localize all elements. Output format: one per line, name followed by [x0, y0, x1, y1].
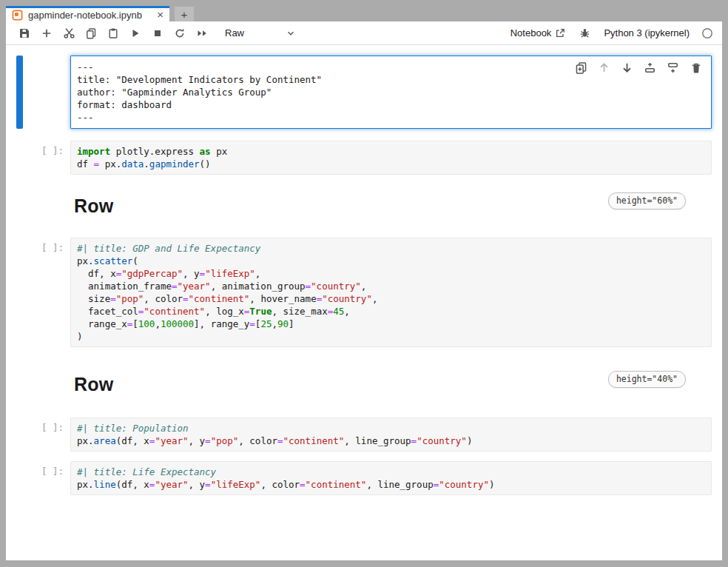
copy-cells-button[interactable]	[84, 26, 98, 41]
cell-type-dropdown[interactable]: Raw	[225, 27, 296, 38]
move-down-icon	[621, 61, 633, 74]
kernel-name[interactable]: Python 3 (ipykernel)	[604, 27, 690, 38]
move-up-button[interactable]	[598, 61, 610, 74]
insert-below-button[interactable]	[667, 61, 679, 74]
close-tab-icon[interactable]: ×	[155, 10, 165, 20]
cell-prompt: [ ]:	[6, 141, 70, 175]
duplicate-cell-icon	[575, 61, 587, 74]
cell-list: --- title: "Development Indicators by Co…	[6, 56, 722, 495]
duplicate-cell-button[interactable]	[575, 61, 587, 74]
code-text: #| title: GDP and Life Expectancy px.sca…	[77, 242, 705, 343]
notebook-view-label: Notebook	[510, 27, 552, 38]
notebook-cell-raw[interactable]: --- title: "Development Indicators by Co…	[6, 56, 722, 129]
code-text: import plotly.express as px df = px.data…	[77, 145, 705, 170]
notebook-cell-markdown[interactable]: Rowheight="40%"	[6, 363, 722, 403]
notebook-cell-code[interactable]: [ ]:#| title: Life Expectancy px.line(df…	[6, 461, 722, 495]
tab-gapminder-notebook[interactable]: gapminder-notebook.ipynb ×	[6, 6, 169, 21]
cell-prompt: [ ]:	[6, 461, 70, 495]
notebook-panel: Raw Notebook Python 3 (i	[6, 21, 722, 560]
app-window: gapminder-notebook.ipynb × + Raw Noteboo…	[0, 0, 728, 567]
cell-prompt	[6, 185, 70, 224]
code-text: #| title: Life Expectancy px.line(df, x=…	[77, 466, 705, 491]
notebook-cell-code[interactable]: [ ]:import plotly.express as px df = px.…	[6, 141, 722, 175]
new-tab-button[interactable]: +	[175, 7, 194, 21]
run-cell-icon	[129, 27, 141, 39]
restart-kernel-button[interactable]	[172, 26, 187, 41]
notebook-file-icon	[12, 10, 23, 21]
notebook-toolbar: Raw Notebook Python 3 (i	[6, 21, 722, 45]
notebook-view-switcher[interactable]: Notebook	[510, 27, 566, 38]
restart-run-all-icon	[196, 27, 209, 39]
tab-bar: gapminder-notebook.ipynb × +	[0, 0, 728, 21]
cell-editor[interactable]: --- title: "Development Indicators by Co…	[70, 56, 712, 129]
notebook-content: --- title: "Development Indicators by Co…	[6, 45, 722, 560]
cell-prompt: [ ]:	[6, 417, 70, 452]
delete-cell-icon	[690, 62, 702, 74]
move-up-icon	[598, 61, 610, 74]
save-button[interactable]	[17, 26, 32, 41]
cell-editor[interactable]: #| title: Life Expectancy px.line(df, x=…	[70, 461, 712, 495]
kernel-status-icon	[701, 27, 713, 39]
active-cell-collapser[interactable]	[16, 56, 23, 129]
code-text: #| title: Population px.area(df, x="year…	[77, 422, 705, 447]
section-heading: Row	[74, 374, 113, 395]
height-attribute-badge: height="60%"	[608, 192, 686, 209]
restart-kernel-icon	[174, 27, 186, 39]
height-attribute-badge: height="40%"	[608, 371, 686, 388]
insert-above-button[interactable]	[644, 61, 656, 74]
debugger-button[interactable]	[577, 26, 592, 41]
cell-type-value: Raw	[225, 27, 244, 38]
toolbar-left-buttons	[13, 26, 213, 41]
toolbar-right: Notebook Python 3 (ipykernel)	[510, 26, 713, 41]
interrupt-kernel-button[interactable]	[150, 26, 165, 41]
insert-above-icon	[644, 61, 656, 74]
cell-editor[interactable]: Rowheight="60%"	[70, 185, 712, 224]
plus-icon: +	[181, 8, 188, 21]
paste-cells-icon	[107, 27, 119, 39]
section-heading: Row	[74, 195, 113, 217]
notebook-cell-markdown[interactable]: Rowheight="60%"	[6, 185, 722, 224]
run-cell-button[interactable]	[128, 26, 143, 41]
chevron-down-icon	[286, 28, 296, 38]
add-cell-icon	[41, 27, 53, 39]
copy-cells-icon	[85, 27, 97, 39]
bug-icon	[579, 27, 590, 38]
restart-run-all-button[interactable]	[195, 26, 209, 41]
move-down-button[interactable]	[621, 61, 633, 74]
tab-title: gapminder-notebook.ipynb	[28, 10, 152, 21]
insert-below-icon	[667, 61, 679, 74]
cut-cells-icon	[63, 27, 75, 39]
add-cell-button[interactable]	[39, 26, 54, 41]
interrupt-kernel-icon	[152, 27, 164, 39]
paste-cells-button[interactable]	[106, 26, 121, 41]
cell-action-toolbar	[575, 61, 702, 74]
cell-editor[interactable]: #| title: Population px.area(df, x="year…	[70, 417, 712, 452]
notebook-cell-code[interactable]: [ ]:#| title: Population px.area(df, x="…	[6, 417, 722, 452]
external-link-icon	[555, 28, 565, 38]
cut-cells-button[interactable]	[61, 26, 76, 41]
delete-cell-button[interactable]	[690, 61, 702, 74]
cell-editor[interactable]: import plotly.express as px df = px.data…	[70, 141, 712, 175]
cell-editor[interactable]: #| title: GDP and Life Expectancy px.sca…	[70, 238, 712, 347]
cell-editor[interactable]: Rowheight="40%"	[70, 363, 712, 403]
save-icon	[18, 27, 30, 39]
cell-prompt: [ ]:	[6, 238, 70, 347]
notebook-cell-code[interactable]: [ ]:#| title: GDP and Life Expectancy px…	[6, 238, 722, 347]
cell-prompt	[6, 363, 70, 403]
